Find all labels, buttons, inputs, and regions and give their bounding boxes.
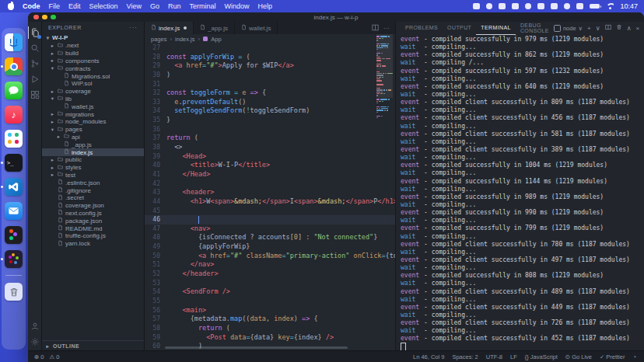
code-line-59[interactable]: 59 <Post data={data} key={index} /> <box>145 333 395 343</box>
zoom-button[interactable] <box>51 15 56 20</box>
tree-item-lib[interactable]: ▾lib <box>42 96 144 103</box>
activity-search[interactable] <box>28 40 42 56</box>
code-line-30[interactable]: 30) <box>145 71 395 80</box>
phone-icon[interactable] <box>564 3 570 9</box>
dock-figma[interactable] <box>5 226 23 244</box>
tree-item--secret[interactable]: .secret <box>42 194 144 202</box>
code-line-55[interactable]: 55 <box>145 297 395 306</box>
dock-music[interactable]: ♪ <box>5 106 23 124</box>
code-line-53[interactable]: 53 <box>145 279 395 288</box>
tree-item--gitignore[interactable]: .gitignore <box>42 186 144 194</box>
code-line-31[interactable]: 31 <box>145 80 395 89</box>
workspace-root-row[interactable]: ▾ W-I-P <box>42 33 144 42</box>
code-line-48[interactable]: 48 {isConnected ? accounts[0] : "Not con… <box>145 233 395 242</box>
code-line-57[interactable]: 57 {metadata.map((data, index) => { <box>145 315 395 324</box>
search-icon[interactable] <box>537 3 544 9</box>
tree-item-package-json[interactable]: package.json <box>42 217 144 225</box>
wifi-icon[interactable] <box>606 3 614 9</box>
tree-item-test[interactable]: ▸test <box>42 172 144 179</box>
activity-extensions[interactable] <box>28 87 42 103</box>
tree-item-contracts[interactable]: ▾contracts <box>42 64 144 72</box>
menu-window[interactable]: Window <box>224 2 249 10</box>
panel-tab-output[interactable]: OUTPUT <box>443 22 476 35</box>
status-ln-46-col-9[interactable]: Ln 46, Col 9 <box>413 353 444 360</box>
code-line-47[interactable]: 47 <nav> <box>145 225 395 234</box>
code-line-43[interactable]: 43 <header> <box>145 188 395 197</box>
panel-tab-debug-console[interactable]: DEBUG CONSOLE <box>516 22 554 35</box>
code-line-40[interactable]: 40 <title>W-I-P</title> <box>145 161 395 170</box>
kill-terminal-icon[interactable] <box>616 24 622 32</box>
tree-item-coverage-json[interactable]: coverage.json <box>42 202 144 210</box>
activity-run-debug[interactable] <box>28 71 42 87</box>
breadcrumb-index-js[interactable]: index.js <box>175 36 194 43</box>
activity-settings[interactable] <box>28 334 42 350</box>
status-utf-8[interactable]: UTF-8 <box>486 353 502 360</box>
code-line-33[interactable]: 33 e.preventDefault() <box>145 98 395 107</box>
status-error[interactable]: ⊗0 <box>34 353 44 360</box>
new-terminal-icon[interactable]: + <box>587 25 591 32</box>
menu-edit[interactable]: Edit <box>68 2 81 10</box>
code-line-27[interactable]: 27 <box>145 44 395 53</box>
battery-icon[interactable] <box>590 4 600 9</box>
panel-tab-terminal[interactable]: TERMINAL <box>476 22 516 35</box>
explorer-header[interactable]: EXPLORER ··· <box>42 22 144 33</box>
tab-index-js[interactable]: index.js <box>145 22 194 34</box>
tree-item-styles[interactable]: ▸styles <box>42 164 144 172</box>
menu-go[interactable]: Go <box>150 2 159 10</box>
breadcrumb-pages[interactable]: pages <box>151 36 166 43</box>
menu-run[interactable]: Run <box>168 2 181 10</box>
code-area[interactable]: 2728const applyForWip = (29 <a href="#">… <box>145 44 395 351</box>
tree-item-api[interactable]: ▸api <box>42 134 144 141</box>
code-line-28[interactable]: 28const applyForWip = ( <box>145 53 395 62</box>
record-icon[interactable] <box>512 3 519 9</box>
dock-vscode[interactable] <box>5 178 23 196</box>
tree-item-public[interactable]: ▸public <box>42 156 144 164</box>
tab--app-js[interactable]: _app.js <box>194 22 235 34</box>
code-line-41[interactable]: 41 </Head> <box>145 170 395 179</box>
apple-menu-icon[interactable] <box>8 3 14 10</box>
code-line-39[interactable]: 39 <Head> <box>145 152 395 162</box>
menu-view[interactable]: View <box>127 2 142 10</box>
tree-item-index-js[interactable]: index.js <box>42 148 144 156</box>
code-line-49[interactable]: 49 {applyForWip} <box>145 242 395 252</box>
dock-messages[interactable] <box>5 82 23 99</box>
tree-item-pages[interactable]: ▾pages <box>42 126 144 134</box>
menu-terminal[interactable]: Terminal <box>189 2 215 10</box>
breadcrumb-app[interactable]: App <box>211 36 221 43</box>
code-line-52[interactable]: 52 </header> <box>145 270 395 279</box>
minimap[interactable] <box>376 34 393 348</box>
dock-slack[interactable] <box>5 130 23 148</box>
screen-mirroring-icon[interactable] <box>473 3 480 9</box>
tree-item--eslintrc-json[interactable]: .eslintrc.json <box>42 179 144 186</box>
code-line-44[interactable]: 44 <h1>W<span>&mdash;</span>I<span>&mdas… <box>145 197 395 207</box>
tree-item-readme-md[interactable]: README.md <box>42 225 144 232</box>
code-line-32[interactable]: 32const toggleForm = e => { <box>145 89 395 98</box>
status-spaces-2[interactable]: Spaces: 2 <box>452 353 478 360</box>
status-lf[interactable]: LF <box>510 353 517 360</box>
code-line-29[interactable]: 29 <a href="#">Apply for $WIP</a> <box>145 61 395 71</box>
activity-explorer[interactable] <box>28 25 42 40</box>
tab-wallet-js[interactable]: wallet.js <box>235 22 278 34</box>
code-line-35[interactable]: 35} <box>145 116 395 125</box>
code-line-51[interactable]: 51 </nav> <box>145 260 395 270</box>
code-line-42[interactable]: 42 <box>145 179 395 189</box>
code-line-58[interactable]: 58 return ( <box>145 324 395 333</box>
dock-trash[interactable] <box>5 283 23 301</box>
horizontal-scrollbar[interactable] <box>165 346 348 349</box>
panel-tab-problems[interactable]: PROBLEMS <box>401 22 443 35</box>
launch-profile-icon[interactable]: ∨ <box>596 25 600 32</box>
code-line-37[interactable]: 37return ( <box>145 134 395 143</box>
code-line-50[interactable]: 50 <a href="#" className="primary-action… <box>145 252 395 261</box>
close-button[interactable] <box>33 15 39 20</box>
more-actions-icon[interactable]: ··· <box>383 25 390 32</box>
tree-item-next-config-js[interactable]: next.config.js <box>42 210 144 218</box>
tree-item-components[interactable]: ▸components <box>42 57 144 65</box>
dock-mail[interactable] <box>5 202 23 220</box>
minimize-button[interactable] <box>42 15 47 20</box>
tree-item-truffle-config-js[interactable]: truffle-config.js <box>42 232 144 240</box>
code-line-38[interactable]: 38 <> <box>145 143 395 152</box>
status-javascript[interactable]: {}JavaScript <box>525 353 558 360</box>
tree-item-wip-sol[interactable]: WIP.sol <box>42 80 144 88</box>
tree-item-node-modules[interactable]: ▸node_modules <box>42 118 144 126</box>
tree-item-build[interactable]: ▸build <box>42 50 144 57</box>
